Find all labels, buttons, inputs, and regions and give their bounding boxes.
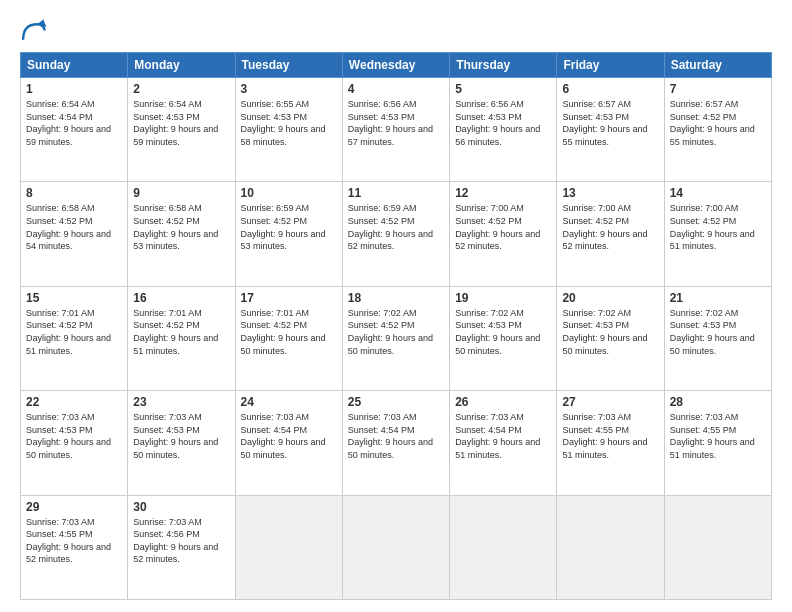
day-number: 3 bbox=[241, 82, 337, 96]
day-header: Thursday bbox=[450, 53, 557, 78]
calendar-cell: 24 Sunrise: 7:03 AM Sunset: 4:54 PM Dayl… bbox=[235, 391, 342, 495]
calendar-row: 29 Sunrise: 7:03 AM Sunset: 4:55 PM Dayl… bbox=[21, 495, 772, 599]
day-number: 25 bbox=[348, 395, 444, 409]
calendar-cell: 19 Sunrise: 7:02 AM Sunset: 4:53 PM Dayl… bbox=[450, 286, 557, 390]
day-info: Sunrise: 6:58 AM Sunset: 4:52 PM Dayligh… bbox=[26, 202, 122, 252]
day-number: 11 bbox=[348, 186, 444, 200]
day-info: Sunrise: 6:55 AM Sunset: 4:53 PM Dayligh… bbox=[241, 98, 337, 148]
calendar-cell: 7 Sunrise: 6:57 AM Sunset: 4:52 PM Dayli… bbox=[664, 78, 771, 182]
day-number: 29 bbox=[26, 500, 122, 514]
day-info: Sunrise: 7:01 AM Sunset: 4:52 PM Dayligh… bbox=[241, 307, 337, 357]
day-number: 24 bbox=[241, 395, 337, 409]
day-header: Tuesday bbox=[235, 53, 342, 78]
calendar-cell: 17 Sunrise: 7:01 AM Sunset: 4:52 PM Dayl… bbox=[235, 286, 342, 390]
day-number: 8 bbox=[26, 186, 122, 200]
calendar-cell: 25 Sunrise: 7:03 AM Sunset: 4:54 PM Dayl… bbox=[342, 391, 449, 495]
day-number: 14 bbox=[670, 186, 766, 200]
day-header: Sunday bbox=[21, 53, 128, 78]
calendar-row: 8 Sunrise: 6:58 AM Sunset: 4:52 PM Dayli… bbox=[21, 182, 772, 286]
calendar-cell: 23 Sunrise: 7:03 AM Sunset: 4:53 PM Dayl… bbox=[128, 391, 235, 495]
day-info: Sunrise: 6:59 AM Sunset: 4:52 PM Dayligh… bbox=[348, 202, 444, 252]
calendar-cell: 22 Sunrise: 7:03 AM Sunset: 4:53 PM Dayl… bbox=[21, 391, 128, 495]
page: SundayMondayTuesdayWednesdayThursdayFrid… bbox=[0, 0, 792, 612]
day-number: 19 bbox=[455, 291, 551, 305]
calendar-cell: 27 Sunrise: 7:03 AM Sunset: 4:55 PM Dayl… bbox=[557, 391, 664, 495]
calendar-cell bbox=[664, 495, 771, 599]
day-info: Sunrise: 7:02 AM Sunset: 4:53 PM Dayligh… bbox=[670, 307, 766, 357]
day-info: Sunrise: 6:54 AM Sunset: 4:53 PM Dayligh… bbox=[133, 98, 229, 148]
day-number: 15 bbox=[26, 291, 122, 305]
day-info: Sunrise: 7:03 AM Sunset: 4:54 PM Dayligh… bbox=[241, 411, 337, 461]
calendar-cell: 10 Sunrise: 6:59 AM Sunset: 4:52 PM Dayl… bbox=[235, 182, 342, 286]
day-number: 28 bbox=[670, 395, 766, 409]
day-info: Sunrise: 7:02 AM Sunset: 4:52 PM Dayligh… bbox=[348, 307, 444, 357]
day-info: Sunrise: 7:01 AM Sunset: 4:52 PM Dayligh… bbox=[26, 307, 122, 357]
day-number: 10 bbox=[241, 186, 337, 200]
header bbox=[20, 18, 772, 46]
day-info: Sunrise: 6:54 AM Sunset: 4:54 PM Dayligh… bbox=[26, 98, 122, 148]
day-info: Sunrise: 7:03 AM Sunset: 4:53 PM Dayligh… bbox=[133, 411, 229, 461]
calendar-cell: 2 Sunrise: 6:54 AM Sunset: 4:53 PM Dayli… bbox=[128, 78, 235, 182]
day-number: 23 bbox=[133, 395, 229, 409]
day-info: Sunrise: 7:02 AM Sunset: 4:53 PM Dayligh… bbox=[562, 307, 658, 357]
day-number: 7 bbox=[670, 82, 766, 96]
calendar-cell: 6 Sunrise: 6:57 AM Sunset: 4:53 PM Dayli… bbox=[557, 78, 664, 182]
calendar-cell: 14 Sunrise: 7:00 AM Sunset: 4:52 PM Dayl… bbox=[664, 182, 771, 286]
calendar-cell: 13 Sunrise: 7:00 AM Sunset: 4:52 PM Dayl… bbox=[557, 182, 664, 286]
day-info: Sunrise: 6:57 AM Sunset: 4:52 PM Dayligh… bbox=[670, 98, 766, 148]
day-info: Sunrise: 6:57 AM Sunset: 4:53 PM Dayligh… bbox=[562, 98, 658, 148]
calendar-cell bbox=[342, 495, 449, 599]
calendar-cell: 1 Sunrise: 6:54 AM Sunset: 4:54 PM Dayli… bbox=[21, 78, 128, 182]
calendar-row: 15 Sunrise: 7:01 AM Sunset: 4:52 PM Dayl… bbox=[21, 286, 772, 390]
logo bbox=[20, 18, 52, 46]
calendar-cell: 29 Sunrise: 7:03 AM Sunset: 4:55 PM Dayl… bbox=[21, 495, 128, 599]
calendar-cell: 28 Sunrise: 7:03 AM Sunset: 4:55 PM Dayl… bbox=[664, 391, 771, 495]
day-number: 17 bbox=[241, 291, 337, 305]
calendar-cell: 12 Sunrise: 7:00 AM Sunset: 4:52 PM Dayl… bbox=[450, 182, 557, 286]
day-number: 2 bbox=[133, 82, 229, 96]
calendar-cell: 30 Sunrise: 7:03 AM Sunset: 4:56 PM Dayl… bbox=[128, 495, 235, 599]
day-info: Sunrise: 7:01 AM Sunset: 4:52 PM Dayligh… bbox=[133, 307, 229, 357]
day-number: 16 bbox=[133, 291, 229, 305]
day-info: Sunrise: 7:03 AM Sunset: 4:53 PM Dayligh… bbox=[26, 411, 122, 461]
day-number: 30 bbox=[133, 500, 229, 514]
calendar-cell: 11 Sunrise: 6:59 AM Sunset: 4:52 PM Dayl… bbox=[342, 182, 449, 286]
day-number: 4 bbox=[348, 82, 444, 96]
logo-icon bbox=[20, 18, 48, 46]
calendar-cell: 15 Sunrise: 7:01 AM Sunset: 4:52 PM Dayl… bbox=[21, 286, 128, 390]
calendar-cell: 16 Sunrise: 7:01 AM Sunset: 4:52 PM Dayl… bbox=[128, 286, 235, 390]
day-header: Friday bbox=[557, 53, 664, 78]
day-number: 6 bbox=[562, 82, 658, 96]
day-number: 12 bbox=[455, 186, 551, 200]
day-info: Sunrise: 7:00 AM Sunset: 4:52 PM Dayligh… bbox=[455, 202, 551, 252]
day-info: Sunrise: 6:59 AM Sunset: 4:52 PM Dayligh… bbox=[241, 202, 337, 252]
calendar-cell: 20 Sunrise: 7:02 AM Sunset: 4:53 PM Dayl… bbox=[557, 286, 664, 390]
calendar-table: SundayMondayTuesdayWednesdayThursdayFrid… bbox=[20, 52, 772, 600]
day-info: Sunrise: 7:03 AM Sunset: 4:54 PM Dayligh… bbox=[455, 411, 551, 461]
calendar-cell bbox=[557, 495, 664, 599]
day-info: Sunrise: 7:03 AM Sunset: 4:56 PM Dayligh… bbox=[133, 516, 229, 566]
day-info: Sunrise: 7:03 AM Sunset: 4:55 PM Dayligh… bbox=[670, 411, 766, 461]
day-number: 13 bbox=[562, 186, 658, 200]
day-info: Sunrise: 7:03 AM Sunset: 4:55 PM Dayligh… bbox=[562, 411, 658, 461]
day-header: Saturday bbox=[664, 53, 771, 78]
calendar-cell: 3 Sunrise: 6:55 AM Sunset: 4:53 PM Dayli… bbox=[235, 78, 342, 182]
header-row: SundayMondayTuesdayWednesdayThursdayFrid… bbox=[21, 53, 772, 78]
day-number: 18 bbox=[348, 291, 444, 305]
calendar-cell: 5 Sunrise: 6:56 AM Sunset: 4:53 PM Dayli… bbox=[450, 78, 557, 182]
day-header: Monday bbox=[128, 53, 235, 78]
day-number: 21 bbox=[670, 291, 766, 305]
day-number: 27 bbox=[562, 395, 658, 409]
day-info: Sunrise: 6:56 AM Sunset: 4:53 PM Dayligh… bbox=[348, 98, 444, 148]
calendar-cell: 4 Sunrise: 6:56 AM Sunset: 4:53 PM Dayli… bbox=[342, 78, 449, 182]
calendar-row: 22 Sunrise: 7:03 AM Sunset: 4:53 PM Dayl… bbox=[21, 391, 772, 495]
day-header: Wednesday bbox=[342, 53, 449, 78]
calendar-cell: 9 Sunrise: 6:58 AM Sunset: 4:52 PM Dayli… bbox=[128, 182, 235, 286]
day-info: Sunrise: 7:00 AM Sunset: 4:52 PM Dayligh… bbox=[670, 202, 766, 252]
day-info: Sunrise: 7:00 AM Sunset: 4:52 PM Dayligh… bbox=[562, 202, 658, 252]
day-number: 1 bbox=[26, 82, 122, 96]
day-number: 26 bbox=[455, 395, 551, 409]
day-number: 5 bbox=[455, 82, 551, 96]
day-number: 20 bbox=[562, 291, 658, 305]
calendar-cell: 18 Sunrise: 7:02 AM Sunset: 4:52 PM Dayl… bbox=[342, 286, 449, 390]
